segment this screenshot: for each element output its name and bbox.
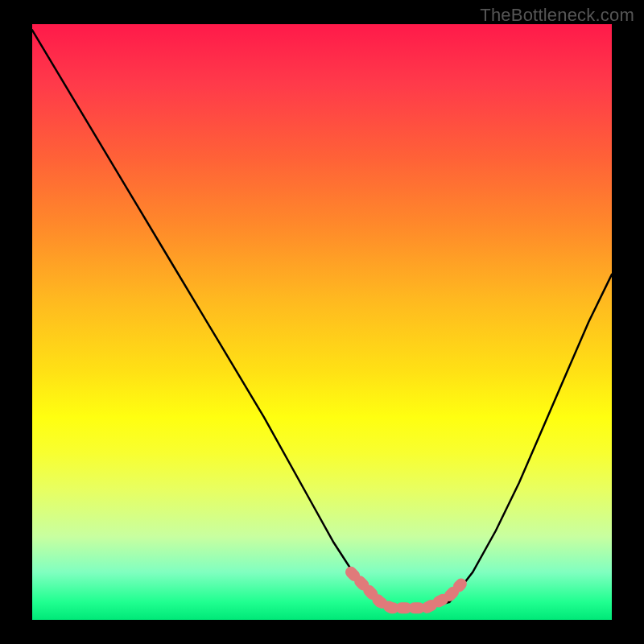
chart-curve-svg xyxy=(32,24,612,620)
curve-line xyxy=(32,30,612,608)
chart-area xyxy=(32,24,612,620)
watermark-text: TheBottleneck.com xyxy=(480,5,634,26)
